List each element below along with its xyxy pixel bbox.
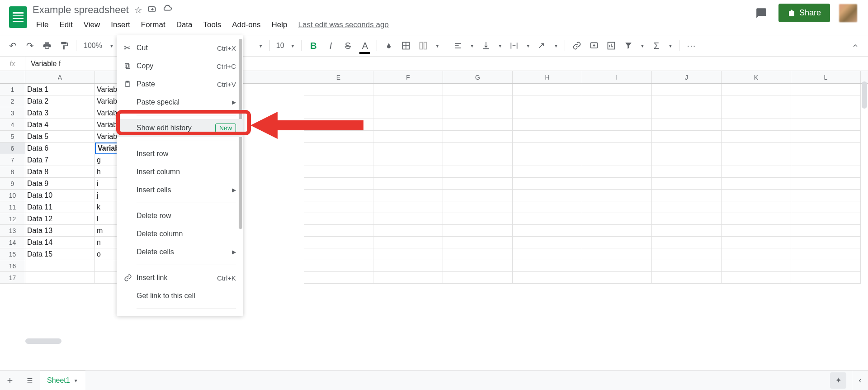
- cell[interactable]: [791, 131, 861, 143]
- all-sheets-button[interactable]: ≡: [20, 371, 40, 390]
- cell[interactable]: [513, 166, 582, 178]
- cell[interactable]: [791, 201, 861, 213]
- cell[interactable]: [513, 190, 582, 201]
- doc-title[interactable]: Example spreadsheet: [33, 4, 129, 16]
- cell[interactable]: [443, 190, 513, 201]
- share-button[interactable]: Share: [778, 4, 830, 22]
- cell[interactable]: [791, 248, 861, 260]
- cm-cut[interactable]: ✂ Cut Ctrl+X: [117, 39, 243, 57]
- cell[interactable]: [791, 119, 861, 131]
- cell[interactable]: Data 12: [25, 213, 95, 225]
- cell[interactable]: [373, 260, 443, 272]
- cell[interactable]: [652, 95, 722, 107]
- cell[interactable]: [304, 213, 373, 225]
- cell[interactable]: [582, 237, 652, 248]
- cell[interactable]: [652, 260, 722, 272]
- cell[interactable]: [582, 248, 652, 260]
- cell[interactable]: Data 11: [25, 201, 95, 213]
- merge-cells-icon[interactable]: [416, 38, 430, 53]
- cell[interactable]: [791, 260, 861, 272]
- cell[interactable]: [652, 201, 722, 213]
- sheet-tab[interactable]: Sheet1 ▼: [40, 371, 85, 390]
- cell[interactable]: Data 4: [25, 119, 95, 131]
- cell[interactable]: [582, 272, 652, 284]
- insert-comment-icon[interactable]: [587, 38, 601, 53]
- cloud-status-icon[interactable]: [162, 4, 172, 16]
- cell[interactable]: [304, 201, 373, 213]
- cell[interactable]: Data 3: [25, 107, 95, 119]
- font-size-dropdown-icon[interactable]: ▼: [289, 43, 297, 48]
- account-avatar[interactable]: [839, 4, 857, 22]
- cell[interactable]: [582, 131, 652, 143]
- cell[interactable]: [304, 225, 373, 237]
- borders-icon[interactable]: [399, 38, 413, 53]
- cell[interactable]: [25, 272, 95, 284]
- star-icon[interactable]: ☆: [134, 5, 142, 15]
- cell[interactable]: [443, 95, 513, 107]
- cell[interactable]: [791, 95, 861, 107]
- cell[interactable]: [513, 131, 582, 143]
- cell[interactable]: [443, 201, 513, 213]
- cell[interactable]: [373, 237, 443, 248]
- cm-insert-column[interactable]: Insert column: [117, 163, 243, 181]
- cell[interactable]: [443, 166, 513, 178]
- cell[interactable]: [791, 178, 861, 190]
- filter-icon[interactable]: [621, 38, 636, 53]
- functions-icon[interactable]: Σ: [649, 38, 664, 53]
- cell[interactable]: [304, 272, 373, 284]
- cell[interactable]: [652, 237, 722, 248]
- cell[interactable]: [304, 143, 373, 154]
- side-panel-toggle[interactable]: ‹: [852, 371, 868, 390]
- cell[interactable]: [304, 84, 373, 95]
- text-color-button[interactable]: A: [358, 38, 372, 53]
- insert-link-icon[interactable]: [570, 38, 584, 53]
- font-dropdown-icon[interactable]: ▼: [257, 43, 265, 48]
- undo-icon[interactable]: ↶: [5, 38, 20, 53]
- cell[interactable]: Data 5: [25, 131, 95, 143]
- cell[interactable]: [791, 225, 861, 237]
- cell[interactable]: [513, 84, 582, 95]
- bold-button[interactable]: B: [306, 38, 321, 53]
- cell[interactable]: [722, 131, 791, 143]
- cell[interactable]: [791, 166, 861, 178]
- cell[interactable]: [722, 178, 791, 190]
- cell[interactable]: [652, 154, 722, 166]
- cell[interactable]: [373, 190, 443, 201]
- cell[interactable]: [443, 178, 513, 190]
- cm-delete-column[interactable]: Delete column: [117, 225, 243, 243]
- cell[interactable]: [373, 143, 443, 154]
- add-sheet-button[interactable]: +: [0, 371, 20, 390]
- col-header[interactable]: E: [304, 71, 373, 83]
- cell[interactable]: [513, 201, 582, 213]
- menu-addons[interactable]: Add-ons: [227, 19, 265, 31]
- cell[interactable]: [791, 213, 861, 225]
- cell[interactable]: [513, 260, 582, 272]
- cell[interactable]: [582, 213, 652, 225]
- menu-help[interactable]: Help: [267, 19, 292, 31]
- cell[interactable]: [652, 272, 722, 284]
- cell[interactable]: [582, 260, 652, 272]
- cell[interactable]: [373, 84, 443, 95]
- wrap-dropdown-icon[interactable]: ▼: [524, 43, 532, 48]
- explore-button[interactable]: ✦: [830, 372, 846, 389]
- cell[interactable]: [722, 119, 791, 131]
- cell[interactable]: [652, 225, 722, 237]
- cell[interactable]: [513, 154, 582, 166]
- col-header[interactable]: H: [513, 71, 582, 83]
- cell[interactable]: [722, 237, 791, 248]
- print-icon[interactable]: [40, 38, 54, 53]
- cell[interactable]: [513, 119, 582, 131]
- cell[interactable]: [791, 237, 861, 248]
- cell[interactable]: [652, 84, 722, 95]
- cell[interactable]: [443, 154, 513, 166]
- cell[interactable]: [582, 107, 652, 119]
- cell[interactable]: [722, 201, 791, 213]
- cm-insert-link[interactable]: Insert link Ctrl+K: [117, 269, 243, 287]
- text-wrap-icon[interactable]: [507, 38, 521, 53]
- cell[interactable]: Data 8: [25, 166, 95, 178]
- cell[interactable]: Data 2: [25, 95, 95, 107]
- cell[interactable]: [722, 260, 791, 272]
- cell[interactable]: [513, 225, 582, 237]
- cell[interactable]: [652, 131, 722, 143]
- cell[interactable]: [304, 178, 373, 190]
